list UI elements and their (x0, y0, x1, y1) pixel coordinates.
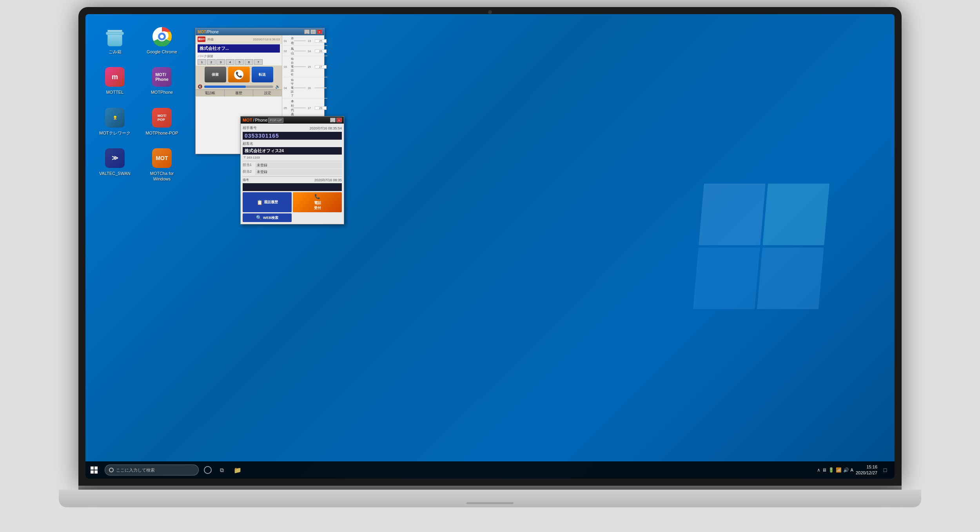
ext-row-13[interactable]: 13 25 (307, 36, 327, 46)
close-button[interactable]: × (317, 29, 322, 34)
call-history-button[interactable]: 📋 通話履歴 (243, 192, 292, 212)
recycle-bin-label: ごみ箱 (109, 49, 122, 55)
windows-start-icon (91, 466, 98, 474)
motcha-icon: MOT (151, 148, 172, 169)
tab-phonebook[interactable]: 電話帳 (196, 90, 225, 97)
memo-field[interactable] (243, 183, 342, 191)
ext-row-16[interactable]: 16 (307, 78, 327, 98)
desktop-icon-chrome[interactable]: Google Chrome (144, 26, 180, 55)
recycle-bin-icon (104, 26, 125, 47)
popup-badge: POP-UP (268, 118, 283, 123)
desktop-icon-mottel[interactable]: m MOTTEL (97, 66, 132, 95)
taskbar: ここに入力して検索 ⧉ 📁 ∧ 🖥 🔋 📶 🔊 A (85, 461, 895, 479)
park-btn-4[interactable]: 4 (226, 59, 234, 65)
laptop-camera (488, 10, 492, 14)
hold-button[interactable]: 保留 (205, 67, 226, 82)
desktop-icon-recycle-bin[interactable]: ごみ箱 (97, 26, 132, 55)
popup-titlebar: MOT / Phone POP-UP _ × (241, 117, 344, 124)
park-btn-3[interactable]: 3 (216, 59, 225, 65)
tab-settings[interactable]: 設定 (253, 90, 282, 97)
telework-label: MOTテレワーク (99, 130, 130, 136)
desktop-icon-phonepop[interactable]: MOT/POP MOTPhone-POP (144, 107, 180, 136)
volume-row: 🔇 🔊 (196, 84, 282, 89)
park-btn-5[interactable]: 5 (235, 59, 244, 65)
laptop: ごみ箱 (59, 7, 921, 525)
caller-label: 相手番号 (243, 126, 257, 131)
laptop-screen-outer: ごみ箱 (78, 7, 902, 486)
motphone-titlebar: MOT/Phone _ □ × (196, 28, 324, 35)
swan-icon: ≫ (104, 148, 125, 169)
ext-row-01[interactable]: 01 不在 (283, 36, 307, 46)
call-button[interactable]: 📞 (228, 67, 250, 82)
action-center-icon[interactable]: □ (880, 465, 891, 476)
wifi-icon[interactable]: 📶 (836, 467, 842, 473)
ext-row-17[interactable]: 17 29 (307, 99, 327, 117)
restore-button[interactable]: □ (310, 29, 316, 34)
popup-body: 相手番号 2020/07/16 08:35:54 0353301165 顧客名 … (241, 124, 344, 224)
ext-row-02[interactable]: 02 鳥山 (283, 46, 307, 56)
battery-icon[interactable]: 🔋 (828, 467, 834, 473)
motphone-title: MOT/Phone (198, 30, 219, 34)
action-buttons: 保留 📞 転送 (196, 66, 282, 84)
ime-icon[interactable]: A (851, 468, 853, 472)
staff2-row: 担当2 未登録 (243, 169, 342, 175)
park-btn-6[interactable]: 6 (245, 59, 253, 65)
clock-time: 15:16 (866, 464, 877, 470)
memo-row: 備考 2020/07/16 08:35 (243, 178, 342, 182)
memo-datetime: 2020/07/16 08:35 (250, 178, 342, 182)
web-search-button[interactable]: 🔍 WEB検索 (243, 213, 292, 222)
ext-row-03[interactable]: 03 仙台電話社 (283, 56, 307, 77)
popup-datetime: 2020/07/16 08:35:54 (309, 126, 342, 130)
chrome-label: Google Chrome (147, 49, 177, 55)
trackpad-indicator (466, 502, 514, 504)
volume-fill (204, 86, 246, 88)
swan-label: VALTEC_SWAN (99, 171, 131, 176)
volume-high-icon: 🔊 (275, 84, 280, 89)
popup-divider-2 (243, 176, 342, 177)
mottel-icon: m (104, 66, 125, 87)
ext-row-14[interactable]: 14 26 (307, 46, 327, 56)
cortana-icon[interactable] (204, 466, 212, 474)
ext-row-04[interactable]: 04 仙守電話了 (283, 78, 307, 98)
windows-logo-background (699, 184, 824, 309)
ext-row-15[interactable]: 15 27 (307, 56, 327, 77)
park-btn-7[interactable]: 7 (254, 59, 263, 65)
minimize-button[interactable]: _ (304, 29, 310, 34)
desktop-icon-motphone[interactable]: MOT/Phone MOTPhone (144, 66, 180, 95)
popup-close-button[interactable]: × (336, 118, 342, 122)
tel-accept-label: 電話受付 (314, 200, 321, 211)
park-btn-1[interactable]: 1 (198, 59, 206, 65)
company-label: 顧客名 (243, 141, 342, 146)
popup-title: MOT / Phone POP-UP (243, 118, 283, 123)
volume-tray-icon[interactable]: 🔊 (843, 467, 849, 473)
system-clock[interactable]: 15:16 2020/12/27 (856, 464, 877, 476)
laptop-hinge (78, 486, 902, 490)
taskbar-search-box[interactable]: ここに入力して検索 (105, 465, 199, 476)
popup-slash: / (253, 118, 254, 122)
ext-label: 外線 (207, 37, 214, 42)
desktop-icon-motcha[interactable]: MOT MOTCha for Windows (144, 148, 180, 182)
tel-accept-button[interactable]: 📞 電話受付 (293, 192, 342, 212)
transfer-button[interactable]: 転送 (252, 67, 273, 82)
motphone-popup-window[interactable]: MOT / Phone POP-UP _ × 相手番号 2020/07/16 0… (240, 116, 344, 224)
volume-slider[interactable] (204, 86, 273, 88)
company-name-display: 株式会社オフ... (198, 44, 280, 53)
task-view-icon[interactable]: ⧉ (216, 465, 227, 476)
tray-icons: ∧ 🖥 🔋 📶 🔊 A (817, 467, 853, 473)
system-tray: ∧ 🖥 🔋 📶 🔊 A 15:16 2020/12/27 □ (813, 464, 895, 476)
staff2-label: 担当2 (243, 169, 254, 175)
popup-minimize-button[interactable]: _ (330, 118, 336, 122)
desktop-icon-swan[interactable]: ≫ VALTEC_SWAN (97, 148, 132, 182)
tab-history[interactable]: 履歴 (225, 90, 254, 97)
file-explorer-icon[interactable]: 📁 (232, 465, 243, 476)
bottom-tabs: 電話帳 履歴 設定 (196, 89, 282, 97)
park-btn-2[interactable]: 2 (207, 59, 216, 65)
desktop-icon-telework[interactable]: 👷 MOTテレワーク (97, 107, 132, 136)
chevron-up-icon[interactable]: ∧ (817, 467, 820, 473)
popup-divider-1 (243, 161, 342, 161)
memo-label: 備考 (243, 178, 249, 182)
start-button[interactable] (85, 461, 103, 479)
network-icon[interactable]: 🖥 (822, 467, 827, 473)
ext-row-05[interactable]: 05 本社代表 (283, 99, 307, 117)
park-section: パーク保留 1 2 3 4 5 6 7 (196, 53, 282, 66)
